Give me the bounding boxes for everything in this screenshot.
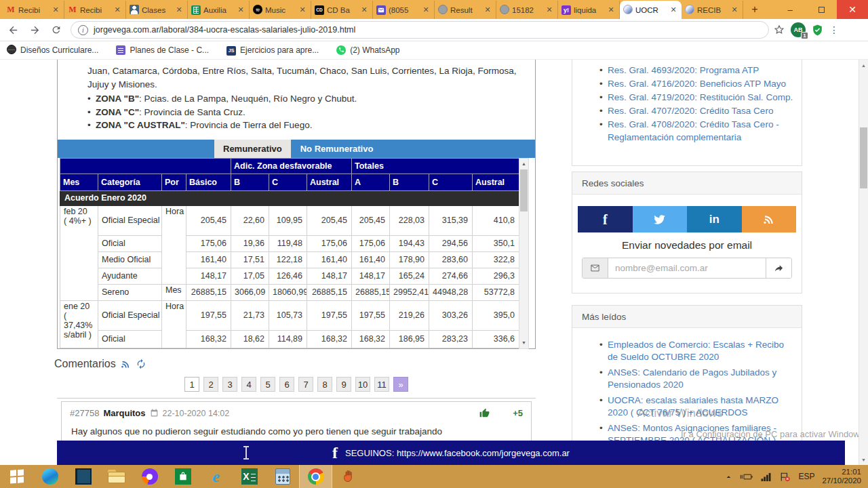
browser-tab-recib[interactable]: RECIB✕ <box>682 1 743 19</box>
forward-button[interactable] <box>26 21 43 39</box>
sidebar-link[interactable]: Res. Gral. 4719/2020: Restitución Sal. C… <box>608 92 793 102</box>
new-tab-button[interactable]: + <box>746 1 764 18</box>
page-next-button[interactable]: » <box>393 377 408 392</box>
browser-scroll-down-icon[interactable]: ▼ <box>859 455 868 464</box>
twitter-button[interactable] <box>633 206 688 232</box>
taskbar-file-explorer-button[interactable] <box>100 465 133 488</box>
minimize-button[interactable]: – <box>774 0 806 19</box>
browser-tab-recibi[interactable]: MRecibi✕ <box>64 1 126 19</box>
taskbar-edge-button[interactable] <box>33 465 66 488</box>
browser-tab-auxilia[interactable]: Auxilia✕ <box>188 1 250 19</box>
profile-avatar[interactable]: AB1 <box>791 22 806 37</box>
facebook-button[interactable]: f <box>578 206 633 232</box>
browser-scrollbar[interactable]: ▲ ▼ <box>859 60 868 465</box>
rss-button[interactable] <box>742 206 797 232</box>
rss-icon[interactable] <box>121 359 131 369</box>
sidebar-link[interactable]: Res. Gral. 4693/2020: Programa ATP <box>608 65 759 75</box>
page-button-8[interactable]: 8 <box>317 377 332 392</box>
tab-close-icon[interactable]: ✕ <box>421 5 431 14</box>
address-bar[interactable]: i jorgevega.com.ar/laboral/384-uocra-esc… <box>71 21 769 39</box>
power-battery-icon[interactable] <box>740 472 753 481</box>
browser-tab-result[interactable]: Result✕ <box>435 1 496 19</box>
sidebar-link[interactable]: Res. Gral. 4716/2020: Beneficios ATP May… <box>608 79 786 89</box>
taskbar-clock[interactable]: 21:01 27/10/2020 <box>822 468 861 485</box>
taskbar-excel-button[interactable]: X <box>233 465 266 488</box>
tab-close-icon[interactable]: ✕ <box>545 5 554 14</box>
tab-no-remunerativo[interactable]: No Remunerativo <box>291 140 383 158</box>
bookmark-item-2[interactable]: Planes de Clase - C... <box>116 45 209 56</box>
taskbar-store-button[interactable] <box>166 465 199 488</box>
tab-remunerativo[interactable]: Remunerativo <box>214 140 291 158</box>
taskbar-calculator-button[interactable] <box>266 465 299 488</box>
browser-tab-uocr[interactable]: UOCR✕ <box>620 1 682 19</box>
browser-scroll-up-icon[interactable]: ▲ <box>859 60 868 70</box>
linkedin-button[interactable]: in <box>687 206 742 232</box>
bookmark-item-1[interactable]: Diseños Curriculare... <box>7 45 98 56</box>
thumbs-up-icon[interactable] <box>479 408 490 418</box>
page-button-3[interactable]: 3 <box>222 377 237 392</box>
browser-tab-8055[interactable]: (8055✕ <box>373 1 435 19</box>
action-center-flag-icon[interactable] <box>779 472 791 482</box>
table-scrollbar-thumb[interactable] <box>520 169 528 211</box>
page-button-10[interactable]: 10 <box>355 377 370 392</box>
security-shield-icon[interactable] <box>811 24 824 37</box>
page-button-11[interactable]: 11 <box>374 377 389 392</box>
back-button[interactable] <box>4 21 22 39</box>
footer-follow-link[interactable]: SEGUINOS: https://www.facebook.com/jorge… <box>345 448 570 458</box>
sidebar-link[interactable]: Res. Gral. 4708/2020: Crédito Tasa Cero … <box>608 119 779 142</box>
tab-close-icon[interactable]: ✕ <box>51 5 60 14</box>
bookmark-item-3[interactable]: JSEjercicios para apre... <box>226 45 319 56</box>
scroll-down-icon[interactable]: ▼ <box>519 338 528 348</box>
page-button-6[interactable]: 6 <box>279 377 294 392</box>
salary-table-wrap: Adic. Zona desfavorableTotalesMesCategor… <box>60 158 529 349</box>
site-info-icon[interactable]: i <box>78 25 88 35</box>
sidebar-link[interactable]: ANSeS: Calendario de Pagos Jubilados y P… <box>608 367 776 390</box>
restore-button[interactable] <box>806 0 837 19</box>
scroll-up-icon[interactable]: ▲ <box>519 159 528 169</box>
tab-close-icon[interactable]: ✕ <box>174 5 184 14</box>
bookmark-star-icon[interactable] <box>773 24 785 36</box>
email-subscribe-group <box>582 258 792 279</box>
browser-tab-recibi[interactable]: MRecibi✕ <box>3 1 64 19</box>
page-button-1[interactable]: 1 <box>184 377 199 392</box>
browser-tab-clases[interactable]: Clases✕ <box>126 1 188 19</box>
page-button-5[interactable]: 5 <box>260 377 275 392</box>
page-button-2[interactable]: 2 <box>203 377 218 392</box>
menu-dots-icon[interactable]: ⋮ <box>829 24 839 35</box>
browser-tab-music[interactable]: Music✕ <box>250 1 311 19</box>
close-button[interactable]: ✕ <box>837 0 868 19</box>
tab-close-icon[interactable]: ✕ <box>298 5 307 14</box>
taskbar-avast-button[interactable] <box>133 465 166 488</box>
network-signal-icon[interactable] <box>761 472 772 481</box>
taskbar-hand-app-button[interactable] <box>332 465 366 488</box>
categoria-cell: Ayudante <box>98 268 162 284</box>
tab-close-icon[interactable]: ✕ <box>359 5 369 14</box>
tab-close-icon[interactable]: ✕ <box>236 5 245 14</box>
taskbar-chrome-button[interactable] <box>299 465 332 488</box>
tab-close-icon[interactable]: ✕ <box>483 5 492 14</box>
email-input[interactable] <box>608 258 766 278</box>
refresh-icon[interactable] <box>136 359 146 369</box>
tab-close-icon[interactable]: ✕ <box>606 5 616 14</box>
browser-tab-liquida[interactable]: y!liquida✕ <box>558 1 620 19</box>
page-button-4[interactable]: 4 <box>241 377 256 392</box>
tab-close-icon[interactable]: ✕ <box>113 5 122 14</box>
browser-tab-15182[interactable]: 15182✕ <box>496 1 558 19</box>
browser-scrollbar-thumb[interactable] <box>860 127 867 188</box>
browser-tab-cdba[interactable]: CDCD Ba✕ <box>311 1 373 19</box>
email-submit-button[interactable] <box>766 258 791 278</box>
tab-close-icon[interactable]: ✕ <box>730 5 739 14</box>
table-scrollbar[interactable]: ▲ ▼ <box>519 158 529 349</box>
taskbar-start-button[interactable] <box>0 465 33 488</box>
taskbar-internet-explorer-button[interactable]: e <box>199 465 233 488</box>
taskbar-window-app-button[interactable] <box>66 465 100 488</box>
sidebar-link[interactable]: Res. Gral. 4707/2020: Crédito Tasa Cero <box>608 106 773 116</box>
reload-button[interactable] <box>47 21 65 39</box>
bookmark-item-4[interactable]: (2) WhatsApp <box>336 45 399 56</box>
page-button-9[interactable]: 9 <box>336 377 351 392</box>
tab-close-icon[interactable]: ✕ <box>669 5 678 14</box>
page-button-7[interactable]: 7 <box>298 377 313 392</box>
language-indicator[interactable]: ESP <box>798 472 814 481</box>
tray-expand-icon[interactable] <box>725 473 732 481</box>
sidebar-link[interactable]: Empleados de Comercio: Escalas + Recibo … <box>608 340 784 362</box>
